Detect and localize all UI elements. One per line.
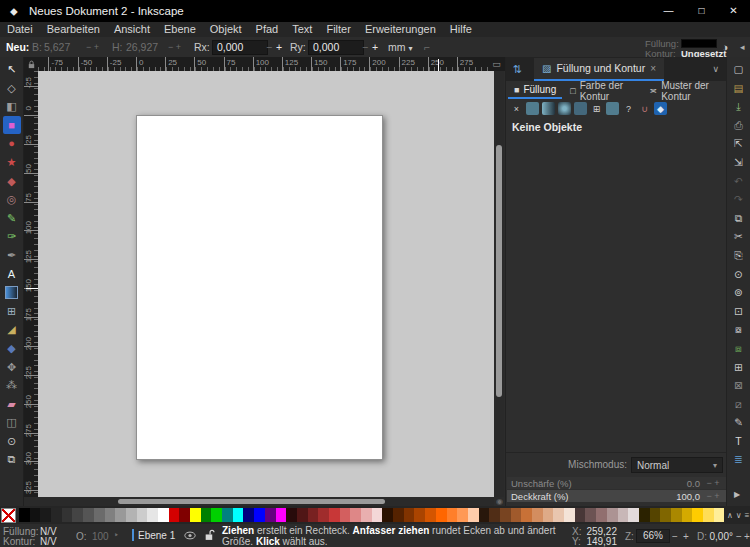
text-tool-icon[interactable]: A <box>3 265 21 283</box>
menu-erweiterungen[interactable]: Erweiterungen <box>358 22 443 37</box>
document-page[interactable] <box>136 115 383 460</box>
bezier-pen-tool-icon[interactable]: ✑ <box>3 227 21 245</box>
rotation-minus-button[interactable]: − <box>736 531 742 542</box>
horizontal-scrollbar[interactable] <box>24 497 494 506</box>
group-icon[interactable]: ⧈ <box>731 340 747 356</box>
opacity-indicator-icon[interactable]: ◑ <box>722 40 728 54</box>
palette-swatch[interactable] <box>500 508 511 522</box>
palette-swatch[interactable] <box>553 508 564 522</box>
palette-swatch[interactable] <box>243 508 254 522</box>
spray-tool-icon[interactable]: ⁂ <box>3 376 21 394</box>
palette-swatch[interactable] <box>147 508 158 522</box>
palette-swatch[interactable] <box>692 508 703 522</box>
menu-datei[interactable]: Datei <box>0 22 40 37</box>
palette-swatch[interactable] <box>543 508 554 522</box>
palette-menu-icon[interactable]: ≡ <box>745 511 750 520</box>
palette-swatch[interactable] <box>639 508 650 522</box>
paint-swatch-button[interactable] <box>606 102 619 115</box>
paint-pattern-button[interactable]: ⊞ <box>590 102 603 115</box>
palette-swatch[interactable] <box>660 508 671 522</box>
menu-hilfe[interactable]: Hilfe <box>443 22 479 37</box>
canvas[interactable] <box>38 71 494 497</box>
horizontal-scrollbar-thumb[interactable] <box>118 499 385 504</box>
redo-icon[interactable]: ↷ <box>731 191 747 207</box>
width-spinner[interactable]: − + <box>86 40 99 54</box>
palette-swatch[interactable] <box>329 508 340 522</box>
palette-swatch[interactable] <box>382 508 393 522</box>
palette-swatch[interactable] <box>51 508 62 522</box>
palette-swatch[interactable] <box>40 508 51 522</box>
create-clone-icon[interactable]: ⊞ <box>731 359 747 375</box>
layer-lock-icon[interactable] <box>204 529 215 541</box>
node-tool-icon[interactable]: ◇ <box>3 79 21 97</box>
palette-swatch[interactable] <box>126 508 137 522</box>
palette-swatch[interactable] <box>72 508 83 522</box>
zoom-tool-icon[interactable]: ⊙ <box>3 432 21 450</box>
ellipse-tool-icon[interactable]: ● <box>3 134 21 152</box>
blur-slider[interactable]: Unschärfe (%) 0.0 − + <box>507 477 726 489</box>
width-value[interactable]: 5,627 <box>44 40 70 54</box>
status-opacity-value[interactable]: 100 <box>92 531 109 542</box>
palette-swatch[interactable] <box>211 508 222 522</box>
save-document-icon[interactable]: ⤓ <box>731 98 747 114</box>
connector-tool-icon[interactable]: ◫ <box>3 413 21 431</box>
palette-swatch[interactable] <box>350 508 361 522</box>
shape-builder-tool-icon[interactable]: ◧ <box>3 97 21 115</box>
paint-unknown-button[interactable]: ? <box>622 102 635 115</box>
palette-swatch[interactable] <box>618 508 629 522</box>
palette-swatch[interactable] <box>479 508 490 522</box>
paint-linear-gradient-button[interactable] <box>542 102 555 115</box>
eraser-tool-icon[interactable]: ▰ <box>3 395 21 413</box>
palette-swatch[interactable] <box>286 508 297 522</box>
menu-ebene[interactable]: Ebene <box>157 22 203 37</box>
vertical-ruler[interactable]: -250255075100125150175200225250275300325 <box>24 71 38 497</box>
minimize-button[interactable]: — <box>652 0 685 22</box>
menu-pfad[interactable]: Pfad <box>249 22 286 37</box>
zoom-drawing-icon[interactable]: ⊚ <box>731 284 747 300</box>
palette-swatch[interactable] <box>190 508 201 522</box>
palette-swatch[interactable] <box>607 508 618 522</box>
unit-dropdown[interactable]: mm ▾ <box>388 40 412 56</box>
sharp-corners-icon[interactable]: ⌐ <box>424 40 430 54</box>
pencil-tool-icon[interactable]: ✎ <box>3 209 21 227</box>
palette-swatch[interactable] <box>671 508 682 522</box>
tweak-tool-icon[interactable]: ✥ <box>3 358 21 376</box>
print-icon[interactable]: ⎙ <box>731 117 747 133</box>
box-3d-tool-icon[interactable]: ◆ <box>3 172 21 190</box>
mesh-gradient-tool-icon[interactable]: ⊞ <box>3 302 21 320</box>
copy-icon[interactable]: ⧉ <box>731 210 747 226</box>
horizontal-ruler[interactable]: -75-50-250255075100125150175200225250275 <box>38 57 488 71</box>
layer-visibility-eye-icon[interactable] <box>184 530 196 541</box>
rotation-value[interactable]: 0,00° <box>709 531 733 542</box>
new-document-icon[interactable]: ▢ <box>731 61 747 77</box>
undo-icon[interactable]: ↶ <box>731 173 747 189</box>
calligraphy-tool-icon[interactable]: ✒ <box>3 246 21 264</box>
menu-filter[interactable]: Filter <box>319 22 357 37</box>
palette-swatch[interactable] <box>436 508 447 522</box>
paint-flat-button[interactable] <box>526 102 539 115</box>
palette-swatch[interactable] <box>521 508 532 522</box>
rx-minus[interactable]: − <box>266 40 272 54</box>
paste-icon[interactable]: ⎘ <box>731 247 747 263</box>
vertical-scrollbar-thumb[interactable] <box>496 145 502 397</box>
text-dialog-icon[interactable]: T <box>731 433 747 449</box>
palette-swatch[interactable] <box>297 508 308 522</box>
expand-commands-icon[interactable]: ▶ <box>734 490 740 499</box>
menu-objekt[interactable]: Objekt <box>203 22 249 37</box>
zoom-page-icon[interactable]: ⊡ <box>731 303 747 319</box>
tab-stroke-paint[interactable]: □Farbe der Kontur <box>564 82 641 99</box>
palette-swatch[interactable] <box>404 508 415 522</box>
vertical-scrollbar[interactable] <box>494 71 504 497</box>
palette-swatch[interactable] <box>489 508 500 522</box>
tab-fill[interactable]: ■Füllung <box>508 82 562 99</box>
opacity-slider[interactable]: Deckkraft (%) 100,0 − + <box>507 490 726 502</box>
palette-swatch[interactable] <box>276 508 287 522</box>
rotation-plus-button[interactable]: + <box>744 531 750 542</box>
palette-swatch[interactable] <box>596 508 607 522</box>
fill-rule-even-odd-button[interactable]: ∪ <box>638 102 651 115</box>
rx-input[interactable]: 0,000 <box>212 40 268 55</box>
ry-minus[interactable]: − <box>362 40 368 54</box>
palette-swatch[interactable] <box>447 508 458 522</box>
rx-plus[interactable]: + <box>276 40 282 54</box>
height-spinner[interactable]: − + <box>168 40 181 54</box>
